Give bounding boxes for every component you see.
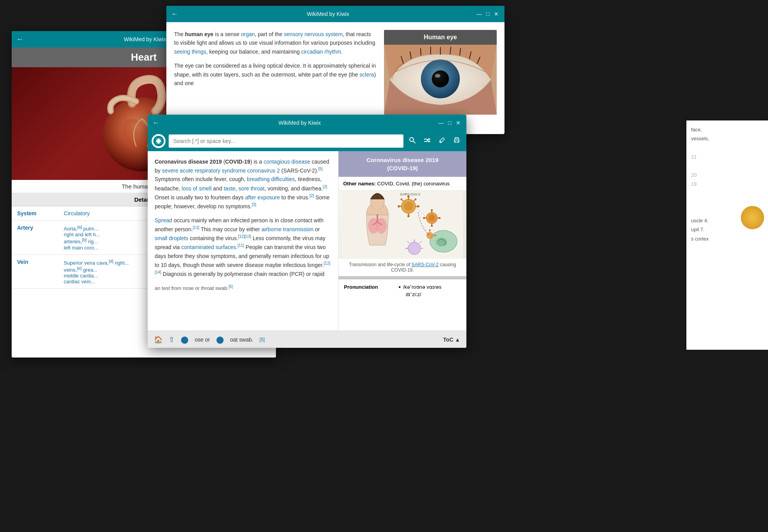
covid-main: Coronavirus disease 2019 (COVID-19) is a…	[148, 151, 466, 331]
kiwix-logo-svg	[153, 136, 164, 147]
covid-paragraph1: Coronavirus disease 2019 (COVID-19) is a…	[155, 157, 331, 211]
right-number-21: 21	[691, 152, 763, 161]
back-button-covid[interactable]: ←	[152, 119, 159, 127]
svg-point-47	[400, 199, 402, 201]
nose-icon[interactable]: ⬤	[181, 335, 189, 344]
exposure-link[interactable]: after exposure	[245, 194, 280, 201]
covid-sidebar: Coronavirus disease 2019 (COVID-19) Othe…	[338, 151, 466, 331]
sars-cov2-link[interactable]: severe acute respiratory syndrome corona…	[162, 167, 280, 174]
sclera-link[interactable]: sclera	[360, 72, 374, 78]
wrench-icon	[438, 137, 445, 144]
svg-point-39	[417, 205, 419, 208]
svg-point-51	[431, 209, 433, 211]
window-covid: ← WikiMed by Kiwix — □ ✕	[148, 115, 466, 348]
right-number-19: 19	[691, 180, 763, 188]
airborne-link[interactable]: airborne transmission	[262, 226, 314, 232]
svg-line-21	[413, 141, 415, 143]
svg-point-19	[157, 140, 160, 143]
titlebar-title-covid: WikiMed by Kiwix	[162, 120, 437, 126]
svg-point-8	[435, 74, 440, 78]
search-button[interactable]	[407, 135, 418, 147]
covid-bottom-bar: 🏠 ⇧ ⬤ ose or ⬤ oat swab. [5] ToC ▲	[148, 331, 466, 348]
bottom-text2: oat swab.	[230, 337, 253, 343]
covid-other-names: Other names: COVID, Covid, (the) coronav…	[339, 177, 466, 191]
home-icon[interactable]: 🏠	[154, 335, 162, 344]
svg-point-49	[428, 215, 435, 222]
droplets-link[interactable]: small droplets	[155, 235, 188, 241]
print-button[interactable]	[451, 135, 463, 147]
titlebar-eye: ← WikiMed by Kiwix — □ ✕	[166, 6, 504, 22]
throat-icon[interactable]: ⬤	[216, 335, 224, 344]
contagious-link[interactable]: contagious disease	[264, 159, 310, 165]
other-names-label: Other names:	[343, 181, 376, 187]
settings-button[interactable]	[436, 135, 448, 147]
svg-point-53	[438, 217, 440, 219]
spread-link[interactable]: Spread	[155, 217, 172, 223]
seeing-link[interactable]: seeing things	[174, 49, 206, 55]
svg-line-11	[421, 48, 421, 55]
svg-text:SARS-CoV-2: SARS-CoV-2	[400, 192, 421, 196]
window-controls-covid: — □ ✕	[437, 119, 462, 126]
right-partial-text: face, vessels, 21 20 19 uscle 4. upil 7.…	[686, 120, 768, 248]
breathing-link[interactable]: breathing difficulties	[247, 176, 295, 182]
covid-info-title-line1: Coronavirus disease 2019	[342, 156, 463, 164]
search-icon	[409, 137, 416, 144]
smell-link[interactable]: loss of smell	[182, 185, 211, 191]
circadian-link[interactable]: circadian rhythm	[301, 49, 341, 55]
taste-link[interactable]: taste	[223, 185, 235, 191]
pronunciation-section: Pronunciation ■ /kəˈroʊnə vɑɪrəs dɪˈziːz…	[339, 279, 466, 302]
eye-image-panel: Human eye	[384, 30, 497, 126]
maximize-button-covid[interactable]: □	[446, 119, 453, 126]
surfaces-link[interactable]: contaminated surfaces	[181, 244, 236, 250]
pronunciation-ipa2: dɪˈziːz/	[406, 291, 421, 297]
svg-rect-28	[375, 209, 380, 214]
covid-info-title-line2: (COVID-19)	[342, 164, 463, 172]
other-names-value: COVID, Covid, (the) coronavirus	[377, 181, 449, 187]
covid-paragraph2: Spread occurs mainly when an infected pe…	[155, 216, 331, 278]
bottom-ref: [5]	[260, 337, 265, 342]
covid-diagram-svg: SARS-CoV-2	[342, 191, 463, 259]
table-label-system: System	[12, 206, 58, 221]
eye-paragraph2: The eye can be considered as a living op…	[174, 61, 376, 87]
eye-image-visual	[384, 45, 497, 115]
sensory-link[interactable]: sensory nervous system	[284, 31, 343, 37]
close-button-covid[interactable]: ✕	[455, 119, 462, 126]
back-button-eye[interactable]: ←	[171, 10, 178, 18]
svg-point-7	[432, 70, 449, 87]
random-button[interactable]	[421, 135, 433, 147]
svg-point-22	[440, 141, 441, 143]
svg-point-43	[407, 215, 410, 217]
minimize-button-covid[interactable]: —	[438, 119, 445, 126]
pronunciation-bullet: ■ /kəˈroʊnə vɑɪrəs dɪˈziːz/	[399, 284, 461, 297]
eye-svg	[384, 45, 497, 115]
search-input[interactable]	[169, 134, 403, 148]
titlebar-covid: ← WikiMed by Kiwix — □ ✕	[148, 115, 466, 131]
right-text-vessels: vessels,	[691, 134, 763, 143]
svg-point-45	[414, 199, 416, 201]
eye-paragraph1: The human eye is a sense organ, part of …	[174, 30, 376, 56]
back-button-heart[interactable]: ←	[16, 35, 23, 44]
covid-sidebar-divider	[339, 276, 466, 279]
svg-point-64	[435, 235, 436, 236]
titlebar-title-eye: WikiMed by Kiwix	[181, 11, 475, 17]
eye-article-text: The human eye is a sense organ, part of …	[174, 30, 376, 126]
svg-point-67	[408, 242, 421, 255]
toc-button[interactable]: ToC ▲	[443, 337, 460, 343]
left-arrow-icon[interactable]: ⇧	[169, 335, 175, 344]
svg-point-62	[429, 229, 431, 231]
pronunciation-ipa1-row: ■ /kəˈroʊnə vɑɪrəs	[399, 284, 461, 290]
close-button-eye[interactable]: ✕	[493, 10, 500, 17]
window-controls-eye: — □ ✕	[475, 10, 500, 17]
maximize-button-eye[interactable]: □	[484, 10, 491, 17]
sars-caption-link[interactable]: SARS-CoV-2	[412, 262, 439, 267]
minimize-button-eye[interactable]: —	[476, 10, 483, 17]
pronunciation-table: Pronunciation ■ /kəˈroʊnə vɑɪrəs dɪˈziːz…	[343, 283, 462, 298]
covid-disease-image: SARS-CoV-2	[339, 191, 466, 259]
svg-point-35	[404, 202, 413, 211]
throat-link[interactable]: sore throat	[239, 185, 265, 191]
svg-point-57	[431, 225, 433, 227]
organ-link[interactable]: organ	[241, 31, 255, 37]
right-text-face: face,	[691, 125, 763, 134]
svg-point-55	[423, 217, 425, 219]
right-text-cortex: s cortex	[691, 234, 763, 243]
